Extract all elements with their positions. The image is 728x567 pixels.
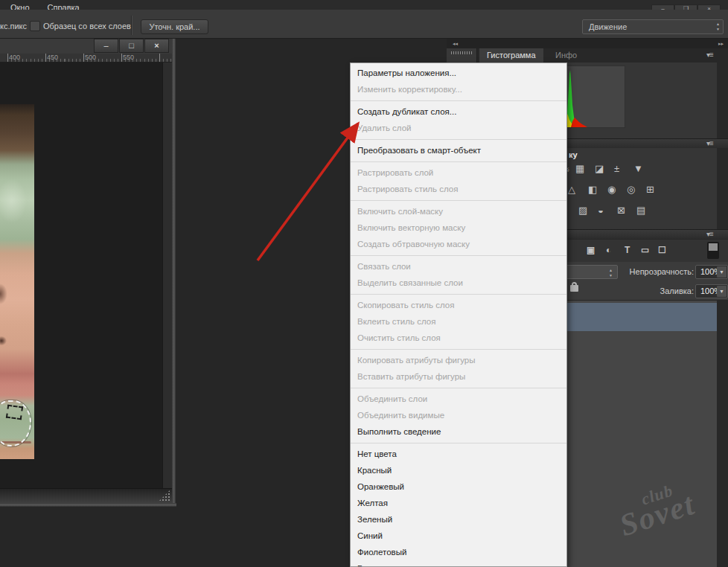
document-window-edge-bottom	[0, 503, 176, 507]
document-window-edge-right	[172, 39, 176, 507]
context-menu-item[interactable]: Нет цвета	[351, 446, 566, 462]
context-menu-item: Выделить связанные слои	[351, 275, 566, 291]
context-menu-item: Включить слой-маску	[351, 203, 566, 220]
workspace-switcher[interactable]: Движение ▲▼	[582, 19, 724, 34]
context-menu-item[interactable]: Создать дубликат слоя...	[351, 103, 566, 120]
channel-mixer-icon[interactable]: ◎	[627, 184, 635, 196]
doc-maximize-button[interactable]: □	[119, 39, 144, 53]
context-menu-item[interactable]: Фиолетовый	[351, 544, 566, 560]
histogram-panel-menu-icon[interactable]: ▾≡	[706, 51, 713, 59]
horizontal-scrollbar[interactable]	[0, 488, 172, 503]
sample-all-layers-checkbox[interactable]	[30, 21, 40, 31]
context-menu-item: Удалить слой	[351, 120, 566, 136]
exposure-icon[interactable]: ±	[614, 163, 619, 175]
color-balance-icon[interactable]: △	[568, 184, 575, 196]
ruler-tick-label: 500	[85, 54, 96, 61]
context-menu-item: Изменить корректировку...	[351, 81, 566, 97]
vertical-scrollbar[interactable]	[162, 63, 172, 488]
adjustments-title-clipped: ку	[569, 150, 578, 159]
smart-object-filter-icon[interactable]: ☐	[658, 244, 666, 256]
fill-label: Заливка:	[590, 286, 694, 295]
context-menu-item[interactable]: Оранжевый	[351, 478, 566, 495]
sample-size-label: кс.пикс	[0, 22, 27, 31]
context-menu-separator	[351, 294, 566, 295]
context-menu-item[interactable]: Параметры наложения...	[351, 65, 566, 81]
ruler-tick-label: 400	[9, 54, 20, 61]
adjustments-panel-menu-icon[interactable]: ▾≡	[706, 139, 713, 147]
opacity-value-box[interactable]: 100% ▼	[695, 265, 728, 279]
refine-edge-button[interactable]: Уточн. край...	[141, 19, 208, 34]
context-menu-item[interactable]: Синий	[351, 528, 566, 544]
context-menu-item[interactable]: Градации серого	[351, 560, 566, 567]
expand-panels-icon[interactable]: ▸▸	[718, 39, 724, 48]
context-menu-separator	[351, 161, 566, 162]
app-menubar: ОкноСправка	[0, 0, 728, 10]
image-filter-icon[interactable]: ▣	[587, 244, 595, 256]
context-menu-separator	[351, 349, 566, 350]
context-menu-item: Включить векторную маску	[351, 220, 566, 236]
spinner-icon: ▲▼	[716, 22, 720, 32]
black-white-icon[interactable]: ◧	[588, 184, 597, 196]
context-menu-item: Объединить слои	[351, 391, 566, 407]
doc-minimize-button[interactable]: –	[94, 39, 118, 53]
context-menu-item: Растрировать стиль слоя	[351, 181, 566, 197]
document-window-controls: – □ ×	[94, 39, 170, 53]
posterize-icon[interactable]: ▨	[578, 205, 587, 217]
ruler-tick-label: 550	[123, 54, 134, 61]
photo-face-mask[interactable]	[0, 104, 34, 459]
context-menu-separator	[351, 139, 566, 140]
context-menu-item[interactable]: Преобразовать в смарт-объект	[351, 142, 566, 158]
options-divider	[131, 16, 132, 35]
sample-all-layers-label: Образец со всех слоев	[43, 22, 131, 31]
curves-icon[interactable]: ◪	[595, 163, 604, 175]
type-filter-icon[interactable]: T	[625, 244, 630, 256]
workspace-value: Движение	[589, 22, 627, 31]
context-menu-item: Растрировать слой	[351, 164, 566, 181]
shape-filter-icon[interactable]: ▭	[641, 244, 649, 256]
fill-value-box[interactable]: 100% ▼	[695, 284, 728, 298]
context-menu-item: Вклеить стиль слоя	[351, 313, 566, 330]
context-menu-separator	[351, 200, 566, 201]
horizontal-ruler[interactable]: 400450500550	[0, 54, 172, 63]
context-menu-item: Скопировать стиль слоя	[351, 297, 566, 313]
context-menu-separator	[351, 443, 566, 443]
levels-icon[interactable]: ▦	[575, 163, 584, 175]
dock-top-strip: ◂◂ ▸▸	[447, 39, 728, 48]
collapsed-panel-tab[interactable]	[447, 48, 477, 63]
opacity-label: Непрозрачность:	[590, 267, 694, 276]
document-canvas[interactable]	[0, 63, 162, 488]
filter-toggle-knob	[709, 243, 718, 251]
context-menu-item: Копировать атрибуты фигуры	[351, 352, 566, 368]
chevron-down-icon[interactable]: ▼	[717, 286, 727, 297]
layers-panel-menu-icon[interactable]: ▾≡	[706, 230, 713, 238]
tab-histogram[interactable]: Гистограмма	[479, 48, 543, 63]
context-menu-item: Связать слои	[351, 258, 566, 275]
adjustment-filter-icon[interactable]: ◐	[606, 244, 611, 256]
context-menu-separator	[351, 255, 566, 256]
ruler-tick-label: 450	[47, 54, 58, 61]
vibrance-icon[interactable]: ▼	[633, 163, 643, 175]
selection-marching-ants-inner	[6, 405, 23, 420]
chevron-down-icon[interactable]: ▼	[717, 266, 727, 278]
gradient-map-icon[interactable]: ⊠	[617, 205, 625, 217]
ruler-texture-icon	[451, 51, 472, 54]
context-menu-item[interactable]: Красный	[351, 462, 566, 478]
photo-filter-icon[interactable]: ◉	[607, 184, 616, 196]
context-menu-separator	[351, 388, 566, 388]
context-menu-item: Объединить видимые	[351, 407, 566, 423]
context-menu-item: Очистить стиль слоя	[351, 330, 566, 346]
context-menu-separator	[351, 100, 566, 101]
lock-icon-body	[570, 285, 578, 292]
layer-context-menu: Параметры наложения...Изменить корректир…	[350, 63, 567, 567]
doc-close-button[interactable]: ×	[144, 39, 169, 53]
selective-color-icon[interactable]: ▤	[636, 205, 645, 217]
context-menu-item[interactable]: Выполнить сведение	[351, 423, 566, 440]
collapse-panels-icon[interactable]: ◂◂	[453, 41, 458, 46]
tab-info[interactable]: Инфо	[548, 48, 584, 63]
context-menu-item: Создать обтравочную маску	[351, 236, 566, 252]
context-menu-item[interactable]: Желтая	[351, 495, 566, 511]
threshold-icon[interactable]: ◒	[598, 205, 604, 217]
context-menu-item: Вставить атрибуты фигуры	[351, 368, 566, 385]
context-menu-item[interactable]: Зеленый	[351, 511, 566, 528]
color-lookup-icon[interactable]: ⊞	[646, 184, 654, 196]
